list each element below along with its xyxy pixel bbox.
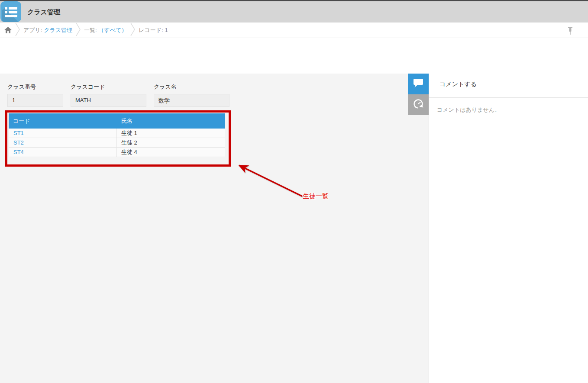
table-row: ST2 生徒 2 [9,138,225,148]
chevron-separator-icon [76,23,81,38]
field-label-class-name: クラス名 [154,83,177,91]
chevron-separator-icon [15,23,20,38]
record-history-tab[interactable] [408,94,429,115]
student-code-cell: ST1 [9,129,117,138]
titlebar: クラス管理 [0,1,588,23]
annotation-label: 生徒一覧 [303,192,329,201]
chevron-separator-icon [130,23,135,38]
column-header-code: コード [9,117,117,125]
student-link[interactable]: ST2 [13,139,24,146]
breadcrumb-record: レコード: 1 [139,26,168,34]
pin-icon[interactable] [567,26,573,37]
student-name-cell: 生徒 2 [117,139,225,147]
field-label-class-number: クラス番号 [7,83,36,91]
comment-bubble-icon [413,78,423,90]
record-history-icon [413,98,424,111]
table-row: ST4 生徒 4 [9,148,225,157]
student-code-cell: ST4 [9,148,117,157]
student-table-header: コード 氏名 [9,113,225,129]
breadcrumb-view-link[interactable]: （すべて） [98,27,127,33]
field-value-class-code: MATH [71,94,146,107]
column-header-name: 氏名 [117,117,225,125]
record-toolbar [0,39,588,74]
field-label-class-code: クラスコード [71,83,105,91]
comment-compose-link[interactable]: コメントする [429,74,588,98]
field-value-class-number: 1 [7,94,63,107]
student-name-cell: 生徒 4 [117,148,225,156]
field-value-class-name: 数学 [154,94,229,107]
breadcrumb-app: アプリ: クラス管理 [23,26,72,34]
breadcrumb: アプリ: クラス管理 一覧: （すべて） レコード: 1 [0,23,588,38]
kintone-record-page: クラス管理 アプリ: クラス管理 一覧: （すべて） レコード: 1 [0,0,588,383]
page-title: クラス管理 [27,1,60,23]
record-content: クラス番号 クラスコード クラス名 1 MATH 数学 コード 氏名 ST1 生… [0,74,429,383]
app-icon[interactable] [0,1,21,22]
student-table: コード 氏名 ST1 生徒 1 ST2 生徒 2 ST4 生徒 4 [9,113,225,157]
comments-empty-message: コメントはありません。 [429,98,588,121]
student-link[interactable]: ST4 [13,149,24,155]
breadcrumb-view: 一覧: （すべて） [84,26,127,34]
comments-panel: コメントする コメントはありません。 [429,74,588,383]
breadcrumb-view-prefix: 一覧: [84,27,97,33]
comments-tab[interactable] [408,74,429,94]
home-icon[interactable] [4,27,12,33]
breadcrumb-app-prefix: アプリ: [23,27,42,33]
table-row: ST1 生徒 1 [9,129,225,138]
student-code-cell: ST2 [9,138,117,147]
student-link[interactable]: ST1 [13,130,24,136]
student-name-cell: 生徒 1 [117,129,225,137]
breadcrumb-app-link[interactable]: クラス管理 [44,27,72,33]
